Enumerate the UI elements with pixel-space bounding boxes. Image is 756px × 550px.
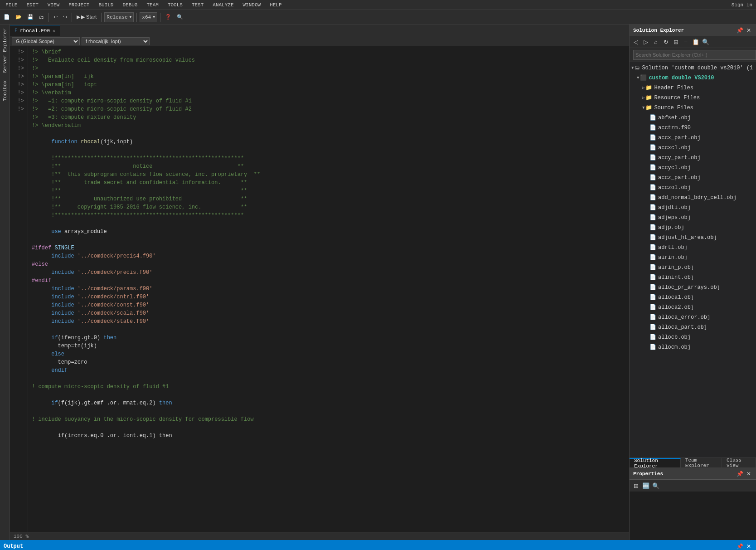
output-header: Output 📌 ✕ <box>0 540 756 550</box>
list-item[interactable]: 📄alloc_pr_arrays.obj <box>630 282 756 292</box>
file-icon: 📄 <box>649 323 656 332</box>
se-close-btn[interactable]: ✕ <box>745 27 752 34</box>
tab-rhocal[interactable]: F rhocal.F90 ✕ <box>10 25 60 36</box>
list-item[interactable]: 📄airin_p.obj <box>630 263 756 273</box>
search-btn[interactable]: 🔍 <box>175 12 185 23</box>
save-all-btn[interactable]: 🗂 <box>37 12 46 23</box>
solution-explorer-search[interactable] <box>633 50 756 60</box>
menu-project[interactable]: PROJECT <box>67 1 91 9</box>
output-panel: Output 📌 ✕ Show output from: Build ↑ ↓ 🗑… <box>0 540 756 550</box>
menu-build[interactable]: BUILD <box>97 1 115 9</box>
se-toolbar: ◁ ▷ ⌂ ↻ ⊞ − 📋 🔍 <box>630 36 756 48</box>
list-item[interactable]: 📄alloca_error.obj <box>630 312 756 322</box>
list-item[interactable]: 📄adjdti.obj <box>630 203 756 213</box>
solution-expand-icon: ▼ <box>631 63 634 73</box>
scope-right-dropdown[interactable]: f rhocal(ijk, iopt) <box>82 37 150 45</box>
editor-container: F rhocal.F90 ✕ G (Global Scope) f rhocal… <box>10 24 629 540</box>
header-files-label: Header Files <box>654 83 693 92</box>
se-home-btn[interactable]: ⌂ <box>651 38 660 47</box>
props-pin-btn[interactable]: 📌 <box>736 470 743 477</box>
tree-project[interactable]: ▼ ⬛ custom_double_VS2010 <box>630 73 756 83</box>
tree-resource-files[interactable]: ▷ 📁 Resource Files <box>630 93 756 103</box>
start-btn[interactable]: ▶ ▶ Start <box>75 12 98 23</box>
scope-left-dropdown[interactable]: G (Global Scope) <box>12 37 80 45</box>
menu-edit[interactable]: EDIT <box>24 1 40 9</box>
line-numbers: !> !> !> !> !> !> !> !> <box>10 46 28 532</box>
props-grid-btn[interactable]: ⊞ <box>631 481 640 490</box>
project-label: custom_double_VS2010 <box>649 73 714 83</box>
list-item[interactable]: 📄adrtl.obj <box>630 243 756 253</box>
props-sort-btn[interactable]: 🔤 <box>641 481 650 490</box>
output-pin-btn[interactable]: 📌 <box>736 543 743 550</box>
list-item[interactable]: 📄add_normal_bdry_cell.obj <box>630 193 756 203</box>
tree-solution[interactable]: ▼ 🗂 Solution 'custom_double_vs2010' (1 p… <box>630 63 756 73</box>
list-item[interactable]: 📄accxcl.obj <box>630 143 756 153</box>
help-btn[interactable]: ❓ <box>163 12 173 23</box>
output-close-btn[interactable]: ✕ <box>745 543 752 550</box>
toolbox-tab[interactable]: Toolbox <box>0 77 10 105</box>
se-search-btn[interactable]: 🔍 <box>701 38 710 47</box>
menu-help[interactable]: HELP <box>268 1 283 9</box>
solution-explorer: Solution Explorer 📌 ✕ ◁ ▷ ⌂ ↻ ⊞ − 📋 🔍 <box>630 24 756 467</box>
props-content <box>630 492 756 540</box>
list-item[interactable]: 📄accy_part.obj <box>630 153 756 163</box>
menu-test[interactable]: TEST <box>190 1 205 9</box>
list-item[interactable]: 📄accz_part.obj <box>630 173 756 183</box>
menu-view[interactable]: VIEW <box>46 1 61 9</box>
se-forward-btn[interactable]: ▷ <box>641 38 650 47</box>
tab-solution-explorer[interactable]: Solution Explorer <box>630 458 681 467</box>
new-project-btn[interactable]: 📄 <box>2 12 12 23</box>
platform-dropdown[interactable]: x64 ▼ <box>140 12 157 22</box>
tree-header-files[interactable]: ▷ 📁 Header Files <box>630 83 756 93</box>
menu-file[interactable]: FILE <box>4 1 19 9</box>
list-item[interactable]: 📄alinint.obj <box>630 273 756 282</box>
config-dropdown[interactable]: Release ▼ <box>104 12 134 22</box>
props-toolbar: ⊞ 🔤 🔍 <box>630 480 756 492</box>
list-item[interactable]: 📄accx_part.obj <box>630 133 756 143</box>
server-explorer-tab[interactable]: Server Explorer <box>0 24 10 77</box>
file-icon: 📄 <box>649 193 656 202</box>
list-item[interactable]: 📄adjust_ht_area.obj <box>630 233 756 243</box>
menu-analyze[interactable]: ANALYZE <box>211 1 235 9</box>
se-pin-btn[interactable]: 📌 <box>736 27 743 34</box>
tab-class-view[interactable]: Class View <box>722 458 756 467</box>
list-item[interactable]: 📄abfset.obj <box>630 113 756 123</box>
se-filter-btn[interactable]: ⊞ <box>671 38 680 47</box>
se-refresh-btn[interactable]: ↻ <box>661 38 670 47</box>
list-item[interactable]: 📄alloca_part.obj <box>630 322 756 332</box>
se-show-files-btn[interactable]: 📋 <box>691 38 700 47</box>
tab-rhocal-close[interactable]: ✕ <box>53 28 55 34</box>
tab-team-explorer[interactable]: Team Explorer <box>681 458 722 467</box>
sign-in-button[interactable]: Sign in <box>732 2 752 8</box>
code-editor[interactable]: !> !> !> !> !> !> !> !> <box>10 46 629 532</box>
se-header-buttons: 📌 ✕ <box>736 27 752 34</box>
list-item[interactable]: 📄adjeps.obj <box>630 213 756 223</box>
list-item[interactable]: 📄alloca2.obj <box>630 302 756 312</box>
toolbar-sep-2 <box>72 13 72 22</box>
open-btn[interactable]: 📂 <box>14 12 24 23</box>
se-back-btn[interactable]: ◁ <box>631 38 640 47</box>
undo-btn[interactable]: ↩ <box>52 12 59 23</box>
toolbar-sep-4 <box>136 13 137 22</box>
file-icon: 📄 <box>649 173 656 182</box>
list-item[interactable]: 📄alloca1.obj <box>630 292 756 302</box>
save-btn[interactable]: 💾 <box>25 12 35 23</box>
list-item[interactable]: 📄acczol.obj <box>630 183 756 193</box>
list-item[interactable]: 📄adjp.obj <box>630 223 756 233</box>
menu-window[interactable]: WINDOW <box>241 1 263 9</box>
redo-btn[interactable]: ↪ <box>61 12 69 23</box>
code-text[interactable]: !> \brief !> Evaluate cell density from … <box>28 46 629 532</box>
props-search-btn[interactable]: 🔍 <box>651 481 660 490</box>
list-item[interactable]: 📄acctrm.f90 <box>630 123 756 133</box>
list-item[interactable]: 📄allocb.obj <box>630 332 756 342</box>
props-close-btn[interactable]: ✕ <box>745 470 752 477</box>
se-collapse-btn[interactable]: − <box>681 38 690 47</box>
list-item[interactable]: 📄airin.obj <box>630 253 756 263</box>
menu-debug[interactable]: DEBUG <box>121 1 139 9</box>
list-item[interactable]: 📄allocm.obj <box>630 342 756 352</box>
list-item[interactable]: 📄accycl.obj <box>630 163 756 173</box>
menu-tools[interactable]: TOOLS <box>166 1 184 9</box>
file-icon: 📄 <box>649 293 656 302</box>
tree-source-files[interactable]: ▼ 📁 Source Files <box>630 103 756 113</box>
menu-team[interactable]: TEAM <box>145 1 160 9</box>
